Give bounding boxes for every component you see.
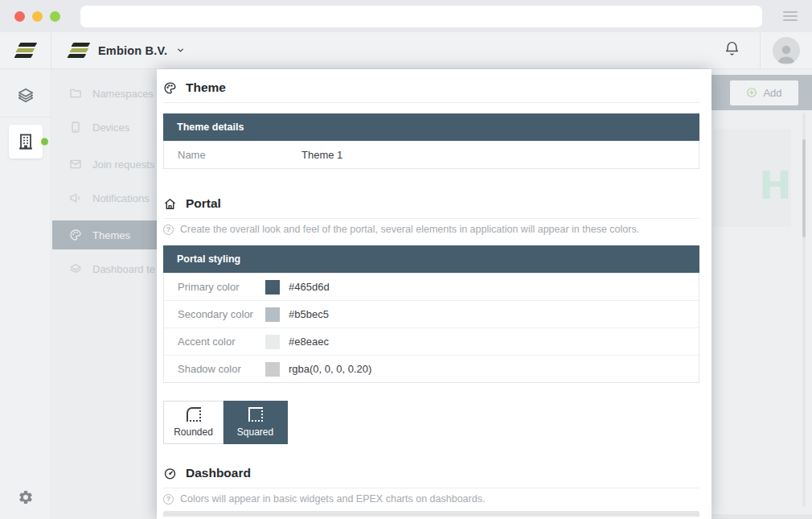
device-icon — [69, 121, 82, 134]
sidebar-item-label: Devices — [92, 122, 129, 134]
app-header: Embion B.V. — [0, 32, 812, 69]
section-title: Theme — [186, 80, 226, 95]
color-swatch[interactable] — [265, 280, 280, 295]
next-table-edge — [163, 511, 699, 517]
user-menu[interactable] — [760, 32, 812, 68]
section-divider — [163, 488, 699, 488]
zoom-button[interactable] — [50, 11, 60, 22]
portal-help-text: ? Create the overall look and feel of th… — [163, 224, 699, 235]
row-value: rgba(0, 0, 0, 0.20) — [289, 363, 371, 375]
dashboard-section-heading: Dashboard — [163, 464, 699, 482]
add-button[interactable]: Add — [730, 80, 798, 105]
avatar — [773, 37, 800, 64]
row-value: #b5bec5 — [289, 308, 329, 320]
table-row-primary-color[interactable]: Primary color #465d6d — [164, 273, 699, 300]
row-label: Secondary color — [178, 308, 265, 320]
organization-name: Embion B.V. — [98, 44, 167, 57]
embion-logo-icon — [68, 43, 89, 58]
embion-logo-icon — [15, 43, 36, 58]
browser-menu-icon[interactable] — [783, 11, 798, 21]
brand-letter-logo: H — [759, 163, 791, 208]
building-icon — [16, 132, 35, 151]
add-button-label: Add — [763, 87, 781, 99]
table-row-accent-color[interactable]: Accent color #e8eaec — [164, 327, 699, 355]
sidebar-item-label: Themes — [92, 229, 130, 241]
app-logo[interactable] — [0, 32, 51, 68]
button-label: Squared — [237, 426, 273, 438]
table-header: Theme details — [163, 113, 699, 141]
sidebar-item-devices[interactable]: Devices — [52, 113, 157, 142]
palette-icon — [69, 229, 82, 241]
namespaces-rail-button[interactable] — [0, 79, 51, 111]
table-header: Portal styling — [163, 245, 699, 273]
theme-details-table: Theme details Name Theme 1 — [163, 113, 699, 169]
sidebar-item-notifications[interactable]: Notifications — [52, 183, 157, 212]
theme-panel: Theme Theme details Name Theme 1 Portal … — [157, 69, 712, 519]
rounded-corner-icon — [187, 407, 201, 422]
browser-window: Embion B.V. — [0, 0, 812, 519]
sidebar-item-label: Join requests — [92, 159, 154, 171]
squared-corners-button[interactable]: Squared — [224, 401, 288, 444]
squared-corner-icon — [248, 407, 263, 422]
organization-switcher[interactable]: Embion B.V. — [51, 32, 185, 68]
corner-style-toggle: Rounded Squared — [163, 401, 699, 444]
theme-section-heading: Theme — [163, 79, 699, 97]
palette-icon — [163, 81, 177, 95]
row-value: #e8eaec — [289, 336, 329, 348]
chevron-down-icon — [176, 46, 185, 55]
background-bottom-strip — [712, 514, 812, 519]
rounded-corners-button[interactable]: Rounded — [163, 401, 224, 444]
row-label: Name — [178, 149, 301, 161]
row-label: Shadow color — [178, 363, 265, 375]
dashboard-help-text: ? Colors will appear in basic widgets an… — [163, 493, 699, 505]
window-controls — [14, 11, 60, 22]
settings-rail-button[interactable] — [0, 489, 51, 505]
help-icon: ? — [163, 224, 174, 235]
section-title: Portal — [186, 196, 221, 211]
layers-icon — [17, 86, 35, 104]
portal-section-heading: Portal — [163, 195, 699, 212]
folder-icon — [69, 87, 82, 100]
home-icon — [163, 197, 177, 211]
icon-rail — [0, 69, 51, 519]
section-title: Dashboard — [186, 466, 251, 480]
background-page-dimmed: Add H — [712, 69, 812, 519]
plus-circle-icon — [746, 87, 757, 98]
color-swatch[interactable] — [265, 335, 280, 349]
sidebar-item-join-requests[interactable]: Join requests — [52, 150, 157, 179]
color-swatch[interactable] — [265, 362, 280, 377]
sidebar-item-label: Namespaces — [92, 88, 154, 100]
minimize-button[interactable] — [32, 11, 43, 22]
active-status-dot — [41, 138, 48, 146]
notifications-bell-icon[interactable] — [724, 40, 740, 60]
organization-rail-button-active[interactable] — [9, 125, 43, 159]
section-divider — [163, 218, 699, 219]
layers-icon — [69, 262, 82, 275]
megaphone-icon — [69, 192, 82, 204]
button-label: Rounded — [174, 426, 213, 438]
row-label: Accent color — [178, 336, 265, 348]
table-row-name[interactable]: Name Theme 1 — [164, 141, 699, 168]
portal-styling-table: Portal styling Primary color #465d6d Sec… — [163, 245, 699, 383]
row-value: #465d6d — [289, 281, 330, 293]
scrollbar-thumb[interactable] — [802, 139, 806, 237]
app-body: Namespaces Devices Join requests Notific… — [0, 69, 812, 519]
row-label: Primary color — [178, 281, 265, 293]
row-value: Theme 1 — [301, 149, 342, 161]
browser-chrome — [0, 0, 812, 32]
color-swatch[interactable] — [265, 307, 280, 322]
address-bar[interactable] — [80, 6, 762, 27]
secondary-sidebar: Namespaces Devices Join requests Notific… — [52, 69, 157, 519]
gauge-icon — [163, 467, 177, 480]
sidebar-item-namespaces[interactable]: Namespaces — [52, 79, 157, 108]
table-row-secondary-color[interactable]: Secondary color #b5bec5 — [164, 300, 699, 327]
sidebar-item-label: Notifications — [92, 192, 150, 204]
background-toolbar: Add — [712, 75, 812, 110]
table-row-shadow-color[interactable]: Shadow color rgba(0, 0, 0, 0.20) — [164, 355, 699, 382]
sidebar-item-label: Dashboard te — [92, 263, 155, 275]
sidebar-item-dashboard-templates[interactable]: Dashboard te — [52, 254, 157, 283]
gear-icon — [18, 489, 34, 505]
close-button[interactable] — [14, 11, 25, 22]
sidebar-item-themes[interactable]: Themes — [52, 220, 157, 249]
help-icon: ? — [163, 494, 174, 505]
